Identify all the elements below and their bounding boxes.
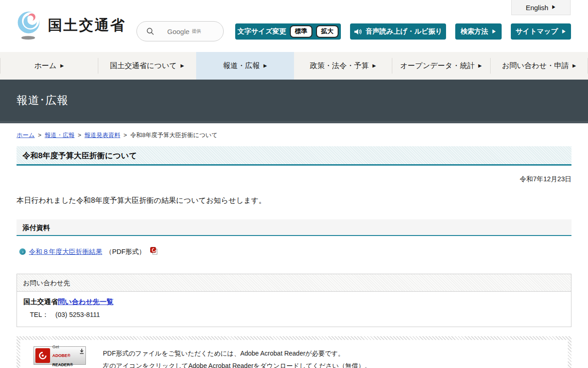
pdf-notice-line1: PDF形式のファイルをご覧いただくためには、Adobe Acrobat Read… [103, 347, 416, 360]
mlit-logo-icon [17, 10, 42, 40]
article-body: 本日行われました令和8年度予算大臣折衝の結果についてお知らせします。 [17, 196, 571, 206]
section-band-title: 報道･広報 [17, 93, 68, 108]
nav-item-label: お問い合わせ・申請 [502, 61, 569, 71]
search-input[interactable]: Google 提供 [136, 21, 224, 41]
nav-item-contact[interactable]: お問い合わせ・申請 ▶ [490, 52, 588, 80]
download-icon [79, 348, 84, 356]
font-size-large-button[interactable]: 拡大 [316, 25, 339, 37]
page: 国土交通省 Google 提供 文字サイズ変更 標準 拡大 音声読み上げ・ルビ振… [0, 0, 588, 368]
arrow-right-icon: ▶ [552, 5, 556, 10]
breadcrumb: ホーム>報道・広報>報道発表資料>令和8年度予算大臣折衝について [17, 131, 571, 139]
nav-item-press[interactable]: 報道・広報 ▶ [196, 52, 294, 80]
font-size-control: 文字サイズ変更 標準 拡大 [235, 23, 341, 40]
contact-org-line: 国土交通省問い合わせ先一覧 [23, 298, 565, 306]
nav-item-label: 政策・法令・予算 [310, 61, 369, 71]
attachment-item: › 令和８年度大臣折衝結果 （PDF形式） [17, 247, 571, 256]
attachment-pdf-link[interactable]: 令和８年度大臣折衝結果 [29, 247, 102, 256]
pdf-icon [150, 247, 158, 256]
arrow-right-icon: ▶ [562, 29, 566, 34]
arrow-right-icon: ▶ [181, 63, 184, 68]
nav-item-home[interactable]: ホーム ▶ [0, 52, 98, 80]
arrow-right-icon: ▶ [572, 63, 576, 68]
arrow-right-icon: ▶ [263, 63, 267, 68]
site-name: 国土交通省 [48, 16, 126, 35]
arrow-right-icon: ▶ [373, 63, 376, 68]
contact-org: 国土交通省 [23, 298, 58, 305]
nav-item-label: 報道・広報 [223, 61, 260, 71]
contact-tel: TEL： (03) 5253-8111 [23, 310, 565, 319]
chevron-bullet-icon: › [19, 248, 26, 255]
adobe-badge-product: READER® [52, 362, 73, 367]
search-method-label: 検索方法 [461, 27, 488, 36]
english-label: English [526, 4, 548, 12]
arrow-right-icon: ▶ [492, 29, 497, 34]
search-provider-label: 提供 [192, 28, 201, 34]
breadcrumb-separator: > [124, 132, 127, 138]
search-method-button[interactable]: 検索方法 ▶ [455, 23, 502, 40]
tts-button[interactable]: 音声読み上げ・ルビ振り [350, 23, 446, 40]
nav-item-label: ホーム [34, 61, 57, 71]
attachments-heading: 添付資料 [17, 219, 571, 236]
font-size-standard-button[interactable]: 標準 [290, 25, 312, 37]
sitemap-button[interactable]: サイトマップ ▶ [511, 23, 571, 40]
breadcrumb-separator: > [78, 132, 81, 138]
font-size-label: 文字サイズ変更 [237, 27, 286, 36]
pdf-notice-inner: Get ADOBE® READER® 別ウィンドウで 開きます [20, 340, 568, 368]
english-button[interactable]: English ▶ [511, 0, 571, 15]
main-nav: ホーム ▶ 国土交通省について ▶ 報道・広報 ▶ 政策・法令・予算 ▶ オープ… [0, 52, 588, 80]
main-content: ホーム>報道・広報>報道発表資料>令和8年度予算大臣折衝について 令和8年度予算… [0, 131, 588, 368]
breadcrumb-current: 令和8年度予算大臣折衝について [130, 132, 217, 138]
contact-list-link[interactable]: 問い合わせ先一覧 [58, 298, 113, 305]
breadcrumb-link-press[interactable]: 報道・広報 [45, 132, 74, 138]
speaker-icon [354, 28, 362, 35]
section-band: 報道･広報 [0, 80, 588, 123]
adobe-reader-icon [35, 348, 50, 363]
pdf-notice-box: Get ADOBE® READER® 別ウィンドウで 開きます [17, 336, 571, 368]
get-adobe-reader-button[interactable]: Get ADOBE® READER® [34, 346, 86, 365]
site-logo[interactable]: 国土交通省 [17, 10, 126, 40]
adobe-badge-column: Get ADOBE® READER® 別ウィンドウで 開きます [28, 346, 92, 368]
contact-body: 国土交通省問い合わせ先一覧 TEL： (03) 5253-8111 [17, 292, 571, 327]
adobe-badge-brand: ADOBE® [52, 353, 70, 358]
nav-item-label: 国土交通省について [110, 61, 177, 71]
article-title: 令和8年度予算大臣折衝について [17, 146, 571, 166]
arrow-right-icon: ▶ [478, 63, 482, 68]
breadcrumb-link-home[interactable]: ホーム [17, 132, 35, 138]
pdf-notice-text: PDF形式のファイルをご覧いただくためには、Adobe Acrobat Read… [103, 346, 416, 368]
pdf-notice-line2: 左のアイコンをクリックしてAdobe Acrobat Readerをダウンロード… [103, 360, 416, 368]
breadcrumb-separator: > [38, 132, 42, 138]
nav-item-opendata[interactable]: オープンデータ・統計 ▶ [392, 52, 490, 80]
nav-item-about[interactable]: 国土交通省について ▶ [98, 52, 196, 80]
search-icon [146, 27, 154, 35]
tts-button-label: 音声読み上げ・ルビ振り [366, 27, 442, 36]
site-header: 国土交通省 Google 提供 文字サイズ変更 標準 拡大 音声読み上げ・ルビ振… [0, 0, 588, 52]
arrow-right-icon: ▶ [60, 63, 64, 68]
search-placeholder: Google [167, 28, 189, 35]
sitemap-label: サイトマップ [515, 27, 558, 36]
contact-heading: お問い合わせ先 [17, 274, 571, 292]
breadcrumb-link-press-release[interactable]: 報道発表資料 [85, 132, 120, 138]
nav-item-policy[interactable]: 政策・法令・予算 ▶ [294, 52, 392, 80]
nav-item-label: オープンデータ・統計 [400, 61, 475, 71]
contact-box: お問い合わせ先 国土交通省問い合わせ先一覧 TEL： (03) 5253-811… [17, 274, 571, 327]
article-date: 令和7年12月23日 [17, 175, 571, 184]
attachment-format-label: （PDF形式） [106, 247, 146, 256]
